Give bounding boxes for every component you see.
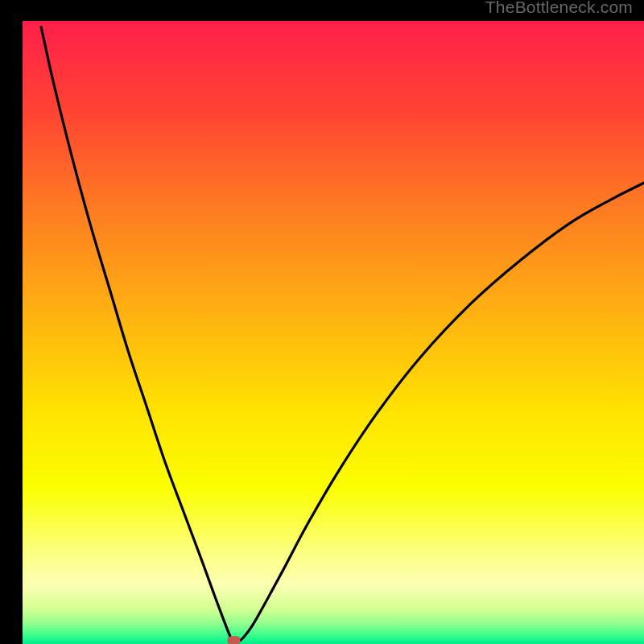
bottleneck-chart	[23, 21, 644, 644]
gradient-background	[23, 21, 644, 644]
watermark-text: TheBottleneck.com	[485, 0, 633, 17]
chart-frame	[11, 11, 633, 633]
minimum-marker	[227, 636, 240, 644]
